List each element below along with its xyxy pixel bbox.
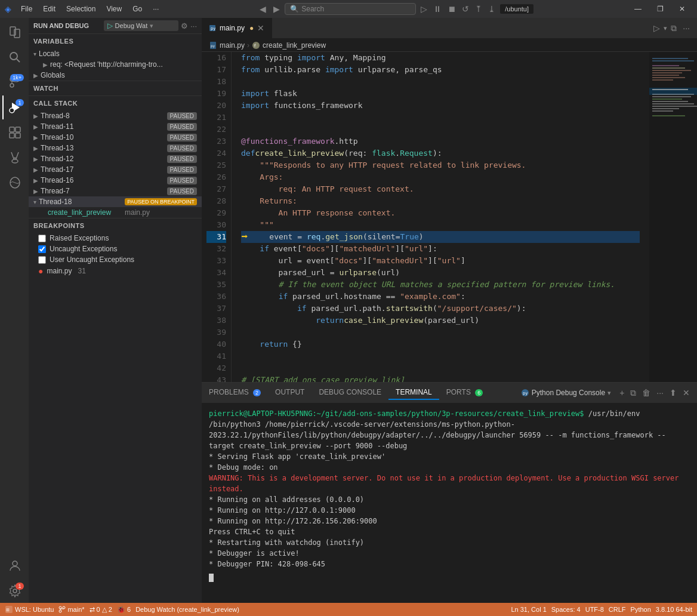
debug-gear-btn[interactable]: ⚙ — [181, 21, 188, 30]
more-terminal-btn[interactable]: ··· — [654, 387, 666, 399]
titlebar-center: ◀ ▶ 🔍 Search ▷ ⏸ ⏹ ↺ ⤒ ⤓ /ubuntu] — [168, 3, 622, 15]
split-terminal-btn[interactable]: ⧉ — [628, 387, 639, 399]
menu-more[interactable]: ··· — [148, 4, 164, 14]
panel-tab-output[interactable]: OUTPUT — [268, 386, 312, 400]
ports-badge: 6 — [475, 389, 483, 396]
status-version[interactable]: 3.8.10 64-bit — [656, 606, 692, 613]
menu-selection[interactable]: Selection — [61, 4, 100, 14]
menu-edit[interactable]: Edit — [38, 4, 60, 14]
panel-tab-debug-console[interactable]: DEBUG CONSOLE — [312, 386, 388, 400]
panel-tab-problems[interactable]: PROBLEMS 2 — [202, 386, 268, 400]
status-debug-count[interactable]: 🐞 6 — [117, 606, 131, 614]
close-btn[interactable]: ✕ — [672, 2, 692, 16]
activity-account[interactable] — [2, 554, 26, 578]
bp-raised-exceptions[interactable]: Raised Exceptions — [29, 233, 202, 244]
svg-rect-10 — [10, 127, 14, 132]
code-editor[interactable]: 1617181920 2122232425 2627282930 31 3233… — [202, 52, 697, 382]
nav-forward-btn[interactable]: ▶ — [271, 3, 282, 15]
debug-count-label: 🐞 6 — [117, 606, 131, 614]
bp-main-py[interactable]: ● main.py 31 — [29, 265, 202, 277]
menu-file[interactable]: File — [16, 4, 37, 14]
debug-continue-btn[interactable]: ▷ — [418, 3, 430, 15]
activity-test[interactable] — [2, 146, 26, 170]
menu-go[interactable]: Go — [128, 4, 147, 14]
debug-run-icon: ▷ — [107, 21, 113, 30]
activity-source-control[interactable]: 1k+ — [2, 70, 26, 94]
debug-pause-btn[interactable]: ⏸ — [431, 3, 444, 15]
bp-uncaught-exceptions[interactable]: Uncaught Exceptions — [29, 244, 202, 254]
search-bar[interactable]: 🔍 Search — [285, 3, 416, 15]
tab-modified-dot: ● — [249, 24, 254, 32]
globals-item[interactable]: ▶ Globals — [29, 70, 202, 81]
debug-restart-btn[interactable]: ↺ — [459, 3, 471, 15]
minimize-btn[interactable]: — — [627, 2, 649, 16]
kill-terminal-btn[interactable]: 🗑 — [640, 387, 653, 399]
tab-main-py[interactable]: py main.py ● ✕ — [202, 18, 272, 38]
status-branch[interactable]: main* — [58, 606, 84, 613]
restore-btn[interactable]: ❐ — [650, 2, 671, 16]
bp-user-uncaught-checkbox[interactable] — [38, 256, 46, 264]
status-sync[interactable]: ⇄ 0 △ 2 — [90, 606, 112, 614]
panel-maximize-btn[interactable]: ⬆ — [667, 387, 679, 399]
bp-uncaught-exceptions-checkbox[interactable] — [38, 245, 46, 253]
debug-stepinto-btn[interactable]: ⤓ — [486, 3, 498, 15]
variables-section-header[interactable]: VARIABLES — [29, 34, 202, 48]
debug-more-btn[interactable]: ··· — [190, 21, 197, 30]
add-terminal-btn[interactable]: + — [617, 387, 627, 399]
debug-stop-btn[interactable]: ⏹ — [445, 3, 458, 15]
call-stack-header[interactable]: CALL STACK — [29, 96, 202, 110]
debug-stepover-btn[interactable]: ⤒ — [473, 3, 485, 15]
watch-section-header[interactable]: WATCH — [29, 81, 202, 96]
more-actions-btn[interactable]: ··· — [680, 23, 692, 33]
status-spaces[interactable]: Spaces: 4 — [551, 606, 581, 613]
thread-18-item[interactable]: ▾ Thread-18 PAUSED ON BREAKPOINT — [29, 196, 202, 207]
breadcrumb-file[interactable]: main.py — [220, 41, 245, 50]
chevron-down-btn[interactable]: ▾ — [664, 24, 667, 32]
locals-item[interactable]: ▾ Locals — [29, 48, 202, 59]
minimap — [649, 52, 697, 382]
bp-line-number: 31 — [78, 267, 86, 275]
thread-17-item[interactable]: ▶ Thread-17 PAUSED — [29, 164, 202, 175]
activity-search[interactable] — [2, 45, 26, 69]
activity-run-debug[interactable]: 1 — [2, 96, 26, 119]
thread-18-frame[interactable]: create_link_preview main.py — [29, 207, 202, 218]
breadcrumb-sep: › — [247, 41, 249, 50]
encoding-label: UTF-8 — [585, 606, 604, 613]
status-position[interactable]: Ln 31, Col 1 — [511, 606, 546, 613]
run-btn[interactable]: ▷ — [651, 23, 662, 33]
thread-10-item[interactable]: ▶ Thread-10 PAUSED — [29, 132, 202, 143]
nav-back-btn[interactable]: ◀ — [257, 3, 269, 15]
activity-extensions[interactable] — [2, 121, 26, 144]
call-stack-section: CALL STACK ▶ Thread-8 PAUSED ▶ Thread-11… — [29, 96, 202, 218]
terminal-line-5: * Running on all addresses (0.0.0.0) — [209, 494, 690, 505]
status-task[interactable]: Debug Watch (create_link_preview) — [135, 606, 239, 613]
breakpoints-header[interactable]: BREAKPOINTS — [29, 218, 202, 233]
status-line-ending[interactable]: CRLF — [609, 606, 626, 613]
panel-tab-ports[interactable]: PORTS 6 — [439, 386, 490, 400]
bp-user-uncaught-exceptions[interactable]: User Uncaught Exceptions — [29, 254, 202, 265]
thread-7-item[interactable]: ▶ Thread-7 PAUSED — [29, 186, 202, 196]
terminal-content[interactable]: pierrick@LAPTOP-HKU5PNNG:~/git/add-ons-s… — [202, 404, 697, 603]
thread-16-item[interactable]: ▶ Thread-16 PAUSED — [29, 175, 202, 186]
breadcrumb-func[interactable]: create_link_preview — [263, 41, 326, 50]
menu-view[interactable]: View — [101, 4, 127, 14]
thread-12-item[interactable]: ▶ Thread-12 PAUSED — [29, 153, 202, 164]
thread-13-item[interactable]: ▶ Thread-13 PAUSED — [29, 143, 202, 153]
split-editor-btn[interactable]: ⧉ — [668, 23, 679, 33]
thread-8-item[interactable]: ▶ Thread-8 PAUSED — [29, 110, 202, 121]
code-line-19: import flask — [241, 88, 640, 100]
status-language[interactable]: Python — [631, 606, 651, 613]
code-content[interactable]: from typing import Any, Mapping from url… — [232, 52, 649, 382]
debug-config-selector[interactable]: ▷ Debug Wat ▾ — [104, 20, 179, 31]
activity-deploy[interactable] — [2, 171, 26, 195]
activity-explorer[interactable] — [2, 20, 26, 44]
status-encoding[interactable]: UTF-8 — [585, 606, 604, 613]
bp-raised-exceptions-checkbox[interactable] — [38, 235, 46, 242]
panel-close-btn[interactable]: ✕ — [680, 387, 692, 399]
thread-11-item[interactable]: ▶ Thread-11 PAUSED — [29, 121, 202, 132]
status-wsl[interactable]: ⊞ WSL: Ubuntu — [5, 605, 54, 614]
req-item[interactable]: ▶ req: <Request 'http://charming-tro... — [38, 59, 202, 70]
activity-settings[interactable]: 1 — [2, 579, 26, 603]
tab-close-btn[interactable]: ✕ — [257, 23, 264, 33]
panel-tab-terminal[interactable]: TERMINAL — [388, 386, 439, 400]
